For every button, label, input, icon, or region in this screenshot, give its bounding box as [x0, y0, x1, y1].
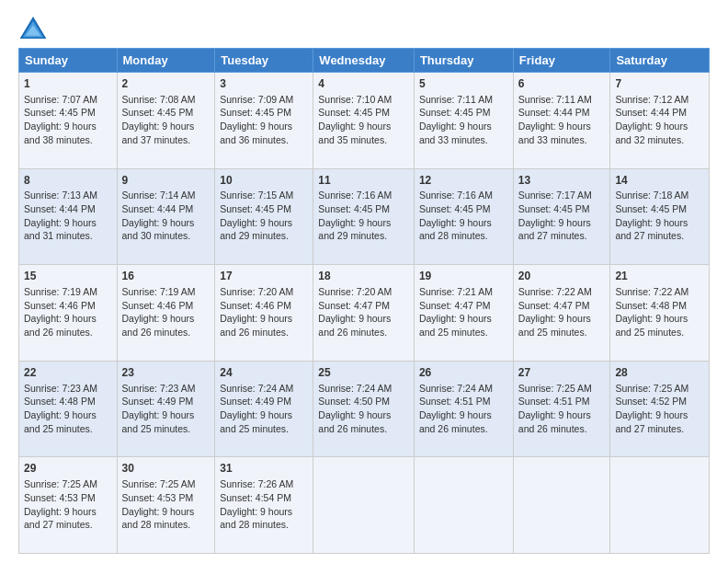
daylight-label: Daylight: 9 hours and 26 minutes.: [318, 409, 391, 434]
sunrise-label: Sunrise: 7:19 AM: [24, 286, 97, 297]
daylight-label: Daylight: 9 hours and 31 minutes.: [24, 217, 97, 242]
day-number: 16: [122, 269, 210, 284]
sunset-label: Sunset: 4:53 PM: [24, 492, 96, 503]
sunrise-label: Sunrise: 7:18 AM: [615, 190, 688, 201]
daylight-label: Daylight: 9 hours and 25 minutes.: [122, 409, 195, 434]
daylight-label: Daylight: 9 hours and 33 minutes.: [518, 121, 591, 145]
calendar-cell: [313, 457, 415, 554]
sunset-label: Sunset: 4:45 PM: [615, 203, 687, 214]
daylight-label: Daylight: 9 hours and 26 minutes.: [518, 409, 591, 434]
daylight-label: Daylight: 9 hours and 26 minutes.: [122, 313, 195, 338]
sunset-label: Sunset: 4:51 PM: [518, 396, 590, 407]
daylight-label: Daylight: 9 hours and 29 minutes.: [220, 217, 292, 242]
sunset-label: Sunset: 4:44 PM: [518, 107, 590, 118]
sunset-label: Sunset: 4:46 PM: [24, 300, 96, 311]
daylight-label: Daylight: 9 hours and 38 minutes.: [24, 121, 97, 145]
calendar-cell: 10Sunrise: 7:15 AMSunset: 4:45 PMDayligh…: [215, 168, 313, 265]
day-number: 26: [419, 365, 508, 381]
sunrise-label: Sunrise: 7:24 AM: [318, 383, 392, 394]
day-number: 18: [318, 269, 409, 284]
calendar-cell: 9Sunrise: 7:14 AMSunset: 4:44 PMDaylight…: [117, 168, 215, 265]
sunset-label: Sunset: 4:50 PM: [318, 396, 390, 407]
daylight-label: Daylight: 9 hours and 28 minutes.: [220, 506, 292, 531]
day-number: 2: [122, 76, 210, 92]
calendar-cell: 7Sunrise: 7:12 AMSunset: 4:44 PMDaylight…: [610, 73, 710, 169]
sunrise-label: Sunrise: 7:11 AM: [518, 94, 592, 105]
day-number: 7: [615, 76, 704, 92]
page: SundayMondayTuesdayWednesdayThursdayFrid…: [0, 0, 728, 563]
day-number: 14: [615, 173, 704, 189]
day-number: 5: [419, 76, 508, 92]
daylight-label: Daylight: 9 hours and 25 minutes.: [24, 409, 97, 434]
daylight-label: Daylight: 9 hours and 28 minutes.: [122, 506, 195, 531]
sunset-label: Sunset: 4:45 PM: [419, 107, 491, 118]
sunset-label: Sunset: 4:45 PM: [122, 107, 194, 118]
sunset-label: Sunset: 4:45 PM: [518, 203, 590, 214]
day-number: 1: [24, 76, 112, 92]
sunset-label: Sunset: 4:49 PM: [220, 396, 291, 407]
sunrise-label: Sunrise: 7:25 AM: [615, 383, 688, 394]
calendar-cell: 13Sunrise: 7:17 AMSunset: 4:45 PMDayligh…: [513, 168, 610, 265]
calendar-week-3: 15Sunrise: 7:19 AMSunset: 4:46 PMDayligh…: [19, 265, 710, 362]
calendar-cell: 15Sunrise: 7:19 AMSunset: 4:46 PMDayligh…: [19, 265, 118, 362]
calendar-week-1: 1Sunrise: 7:07 AMSunset: 4:45 PMDaylight…: [19, 73, 710, 169]
sunrise-label: Sunrise: 7:23 AM: [24, 383, 97, 394]
logo-icon: [18, 15, 48, 40]
day-number: 24: [220, 365, 308, 381]
sunrise-label: Sunrise: 7:24 AM: [419, 383, 493, 394]
calendar-cell: 29Sunrise: 7:25 AMSunset: 4:53 PMDayligh…: [19, 457, 118, 554]
calendar-cell: 18Sunrise: 7:20 AMSunset: 4:47 PMDayligh…: [313, 265, 415, 362]
sunset-label: Sunset: 4:54 PM: [220, 492, 291, 503]
sunset-label: Sunset: 4:47 PM: [419, 300, 491, 311]
sunrise-label: Sunrise: 7:22 AM: [518, 286, 592, 297]
sunrise-label: Sunrise: 7:22 AM: [615, 286, 688, 297]
day-number: 20: [518, 269, 606, 284]
sunrise-label: Sunrise: 7:11 AM: [419, 94, 493, 105]
sunrise-label: Sunrise: 7:08 AM: [122, 94, 196, 105]
day-number: 11: [318, 173, 409, 189]
sunset-label: Sunset: 4:47 PM: [518, 300, 590, 311]
daylight-label: Daylight: 9 hours and 36 minutes.: [220, 121, 292, 145]
daylight-label: Daylight: 9 hours and 27 minutes.: [24, 506, 97, 531]
day-number: 4: [318, 76, 409, 92]
day-header-tuesday: Tuesday: [215, 49, 313, 73]
calendar-cell: 6Sunrise: 7:11 AMSunset: 4:44 PMDaylight…: [513, 73, 610, 169]
sunrise-label: Sunrise: 7:20 AM: [318, 286, 392, 297]
calendar-cell: 1Sunrise: 7:07 AMSunset: 4:45 PMDaylight…: [19, 73, 118, 169]
logo: [18, 15, 51, 40]
day-number: 30: [122, 461, 210, 477]
calendar-cell: 30Sunrise: 7:25 AMSunset: 4:53 PMDayligh…: [117, 457, 215, 554]
sunrise-label: Sunrise: 7:16 AM: [318, 190, 392, 201]
calendar-header-row: SundayMondayTuesdayWednesdayThursdayFrid…: [19, 49, 710, 73]
day-header-wednesday: Wednesday: [313, 49, 415, 73]
day-number: 19: [419, 269, 508, 284]
sunrise-label: Sunrise: 7:16 AM: [419, 190, 493, 201]
calendar-cell: 27Sunrise: 7:25 AMSunset: 4:51 PMDayligh…: [513, 361, 610, 457]
calendar-cell: [414, 457, 513, 554]
sunset-label: Sunset: 4:45 PM: [220, 203, 291, 214]
sunrise-label: Sunrise: 7:15 AM: [220, 190, 293, 201]
day-number: 3: [220, 76, 308, 92]
daylight-label: Daylight: 9 hours and 33 minutes.: [419, 121, 492, 145]
sunrise-label: Sunrise: 7:20 AM: [220, 286, 293, 297]
sunset-label: Sunset: 4:49 PM: [122, 396, 194, 407]
calendar-cell: 2Sunrise: 7:08 AMSunset: 4:45 PMDaylight…: [117, 73, 215, 169]
calendar-cell: 31Sunrise: 7:26 AMSunset: 4:54 PMDayligh…: [215, 457, 313, 554]
daylight-label: Daylight: 9 hours and 26 minutes.: [318, 313, 391, 338]
calendar-cell: [610, 457, 710, 554]
sunset-label: Sunset: 4:45 PM: [220, 107, 291, 118]
daylight-label: Daylight: 9 hours and 35 minutes.: [318, 121, 391, 145]
day-number: 10: [220, 173, 308, 189]
sunset-label: Sunset: 4:44 PM: [615, 107, 687, 118]
calendar-cell: 19Sunrise: 7:21 AMSunset: 4:47 PMDayligh…: [414, 265, 513, 362]
sunset-label: Sunset: 4:46 PM: [122, 300, 194, 311]
sunset-label: Sunset: 4:45 PM: [419, 203, 491, 214]
daylight-label: Daylight: 9 hours and 30 minutes.: [122, 217, 195, 242]
daylight-label: Daylight: 9 hours and 25 minutes.: [518, 313, 591, 338]
sunrise-label: Sunrise: 7:21 AM: [419, 286, 493, 297]
calendar-week-2: 8Sunrise: 7:13 AMSunset: 4:44 PMDaylight…: [19, 168, 710, 265]
day-number: 28: [615, 365, 704, 381]
sunset-label: Sunset: 4:44 PM: [122, 203, 194, 214]
calendar-week-4: 22Sunrise: 7:23 AMSunset: 4:48 PMDayligh…: [19, 361, 710, 457]
sunrise-label: Sunrise: 7:10 AM: [318, 94, 392, 105]
